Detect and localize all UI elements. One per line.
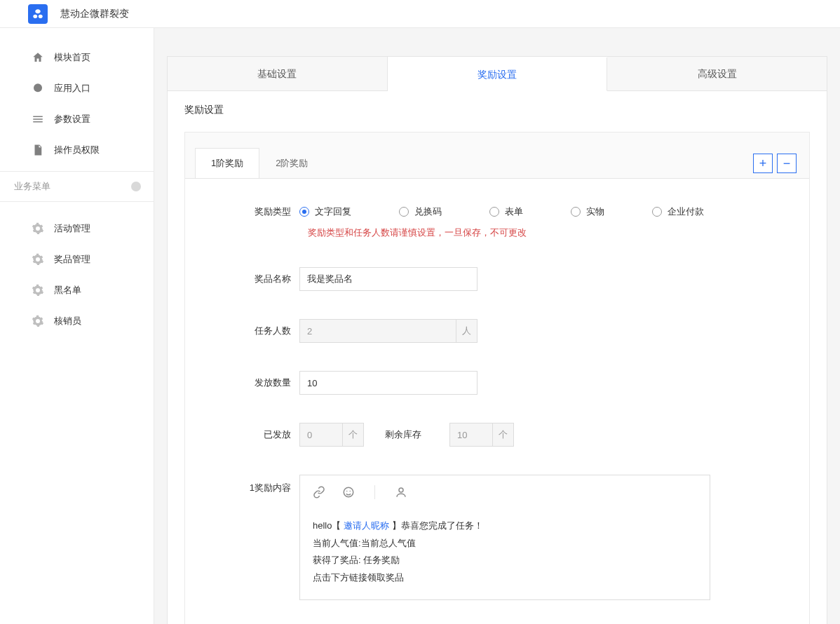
sidebar-item-module-home[interactable]: 模块首页	[0, 42, 154, 73]
radio-code[interactable]: 兑换码	[399, 205, 442, 218]
label-reward-content: 1奖励内容	[198, 475, 299, 494]
top-tabs: 基础设置 奖励设置 高级设置	[168, 57, 827, 91]
chat-icon	[32, 82, 44, 95]
sidebar-item-app-entry[interactable]: 应用入口	[0, 73, 154, 104]
radio-label: 文字回复	[315, 205, 351, 218]
svg-point-1	[344, 487, 353, 497]
radio-label: 企业付款	[668, 205, 704, 218]
task-count-suffix: 人	[456, 319, 477, 343]
row-reward-content: 1奖励内容 hello【 邀请人昵称 】恭喜您完成了任务！	[198, 475, 797, 600]
level-tab-1[interactable]: 1阶奖励	[195, 148, 259, 179]
reward-type-hint: 奖励类型和任务人数请谨慎设置，一旦保存，不可更改	[308, 226, 797, 239]
gear-icon	[32, 253, 44, 266]
svg-point-0	[34, 83, 42, 92]
sidebar-item-label: 活动管理	[54, 222, 90, 235]
radio-label: 表单	[505, 205, 523, 218]
label-stock: 剩余库存	[385, 428, 428, 441]
editor-body[interactable]: hello【 邀请人昵称 】恭喜您完成了任务！ 当前人气值:当前总人气值 获得了…	[300, 506, 710, 599]
sidebar-item-label: 奖品管理	[54, 253, 90, 266]
radio-text-reply[interactable]: 文字回复	[299, 205, 351, 218]
radio-icon	[571, 207, 581, 217]
sidebar-item-params[interactable]: 参数设置	[0, 104, 154, 135]
label-task-count: 任务人数	[198, 325, 299, 337]
row-task-count: 任务人数 人	[198, 319, 797, 343]
reward-type-radiogroup: 文字回复 兑换码 表单 实物 企业付款	[299, 205, 704, 218]
stock-input	[449, 423, 493, 447]
app-title: 慧动企微群裂变	[60, 8, 129, 20]
sidebar-item-label: 模块首页	[54, 51, 90, 64]
menu-header-label: 业务菜单	[14, 180, 50, 193]
radio-payment[interactable]: 企业付款	[652, 205, 704, 218]
gear-icon	[32, 222, 44, 235]
sidebar-item-label: 黑名单	[54, 284, 81, 297]
sidebar-menu-header: 业务菜单	[0, 171, 154, 202]
person-icon[interactable]	[395, 486, 407, 498]
editor-line-1: hello【 邀请人昵称 】恭喜您完成了任务！	[313, 517, 697, 535]
editor-line-3: 获得了奖品: 任务奖励	[313, 552, 697, 569]
sidebar-item-label: 应用入口	[54, 82, 90, 95]
editor-line-4: 点击下方链接领取奖品	[313, 569, 697, 587]
tab-reward[interactable]: 奖励设置	[388, 57, 608, 91]
content-area: 基础设置 奖励设置 高级设置 奖励设置 1阶奖励 2阶奖励 + −	[154, 28, 840, 624]
radio-label: 兑换码	[414, 205, 442, 218]
toolbar-divider	[374, 485, 375, 499]
radio-form[interactable]: 表单	[489, 205, 523, 218]
task-count-input	[299, 319, 456, 343]
section-body: 奖励设置 1阶奖励 2阶奖励 + − 奖励类型	[168, 91, 827, 624]
reward-level-card: 1阶奖励 2阶奖励 + − 奖励类型 文字回复 兑换码	[184, 132, 810, 624]
prize-name-input[interactable]	[299, 267, 477, 291]
emoji-icon[interactable]	[342, 486, 355, 498]
sliders-icon	[32, 113, 44, 126]
radio-icon	[399, 207, 409, 217]
row-issue-count: 发放数量	[198, 371, 797, 395]
level-tabs: 1阶奖励 2阶奖励 + −	[185, 133, 809, 179]
issued-suffix: 个	[343, 423, 364, 447]
label-prize-name: 奖品名称	[198, 273, 299, 285]
remove-level-button[interactable]: −	[777, 154, 797, 173]
reward-form: 奖励类型 文字回复 兑换码 表单 实物 企业付款 奖励类型和任务人数请谨慎设置，…	[185, 178, 809, 624]
tab-basic[interactable]: 基础设置	[168, 57, 388, 90]
sidebar-item-verifier[interactable]: 核销员	[0, 306, 154, 337]
app-logo	[28, 4, 48, 24]
collapse-icon[interactable]	[131, 182, 141, 191]
svg-point-4	[399, 488, 403, 492]
row-reward-type: 奖励类型 文字回复 兑换码 表单 实物 企业付款	[198, 205, 797, 218]
inviter-nickname-tag: 邀请人昵称	[344, 520, 389, 531]
label-issue-count: 发放数量	[198, 377, 299, 389]
home-icon	[32, 51, 44, 64]
svg-point-2	[346, 491, 348, 492]
svg-point-3	[350, 491, 351, 492]
row-prize-name: 奖品名称	[198, 267, 797, 291]
sidebar-item-blacklist[interactable]: 黑名单	[0, 275, 154, 306]
radio-icon	[652, 207, 662, 217]
level-tab-2[interactable]: 2阶奖励	[259, 148, 324, 179]
main-card: 基础设置 奖励设置 高级设置 奖励设置 1阶奖励 2阶奖励 + −	[167, 56, 827, 624]
link-icon[interactable]	[313, 486, 325, 498]
sidebar-item-prize[interactable]: 奖品管理	[0, 244, 154, 275]
stock-suffix: 个	[493, 423, 514, 447]
sidebar-item-activity[interactable]: 活动管理	[0, 213, 154, 244]
tab-advanced[interactable]: 高级设置	[607, 57, 827, 90]
add-level-button[interactable]: +	[753, 154, 773, 173]
section-title: 奖励设置	[184, 104, 810, 116]
radio-icon	[299, 207, 309, 217]
sidebar-item-label: 参数设置	[54, 113, 90, 126]
issue-count-input[interactable]	[299, 371, 477, 395]
row-issued-stock: 已发放 个 剩余库存 个	[198, 423, 797, 447]
sidebar-item-label: 核销员	[54, 315, 81, 327]
label-issued: 已发放	[198, 428, 299, 441]
sidebar-item-label: 操作员权限	[54, 144, 100, 156]
editor-line-2: 当前人气值:当前总人气值	[313, 535, 697, 552]
sidebar: 模块首页 应用入口 参数设置 操作员权限 业务菜单 活动管理 奖品管理 黑	[0, 28, 154, 624]
label-reward-type: 奖励类型	[198, 205, 299, 218]
issued-input	[299, 423, 343, 447]
rich-editor[interactable]: hello【 邀请人昵称 】恭喜您完成了任务！ 当前人气值:当前总人气值 获得了…	[299, 475, 710, 600]
file-icon	[32, 144, 44, 156]
radio-icon	[489, 207, 499, 217]
gear-icon	[32, 284, 44, 297]
radio-label: 实物	[586, 205, 604, 218]
gear-icon	[32, 315, 44, 327]
radio-physical[interactable]: 实物	[571, 205, 604, 218]
sidebar-item-operator[interactable]: 操作员权限	[0, 135, 154, 165]
app-header: 慧动企微群裂变	[0, 0, 840, 28]
